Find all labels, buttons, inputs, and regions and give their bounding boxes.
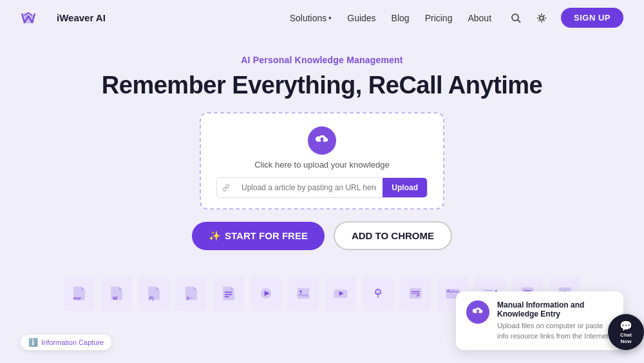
card-upload-icon [466,300,489,324]
chat-widget[interactable]: 💬 ChatNow [608,314,644,350]
logo[interactable]: iWeaver AI [21,10,106,26]
word-icon: W [101,276,132,311]
url-input[interactable] [235,178,383,197]
edit-icon [400,276,431,311]
svg-text:PDF: PDF [73,296,81,300]
pdf-icon: PDF [64,276,95,311]
ppt-icon: P| [138,276,169,311]
youtube-icon [325,276,356,311]
card-desc: Upload files on computer or paste info r… [497,321,613,341]
nav-pricing[interactable]: Pricing [425,13,453,23]
nav-blog[interactable]: Blog [392,13,410,23]
start-free-button[interactable]: ✨ START FOR FREE [192,222,325,250]
svg-point-0 [512,14,518,21]
nav-icon-group [507,9,551,27]
svg-text:P|: P| [149,296,154,301]
upload-box[interactable]: Click here to upload your knowledge Uplo… [200,112,444,210]
signup-button[interactable]: SIGN UP [561,8,623,28]
excel-icon: X~ [176,276,207,311]
url-upload-button[interactable]: Upload [383,178,427,197]
chat-label: ChatNow [620,332,632,344]
svg-point-36 [452,289,453,291]
search-icon[interactable] [507,9,525,27]
hero-subtitle: AI Personal Knowledge Management [241,55,402,65]
info-icon: ℹ️ [28,338,38,347]
podcast-icon [363,276,393,311]
svg-point-34 [448,289,449,291]
svg-rect-19 [298,288,310,299]
card-text: Manual Information and Knowledge Entry U… [497,300,613,341]
chat-emoji: 💬 [620,320,632,332]
upload-icon[interactable] [308,126,336,155]
sparkle-icon: ✨ [209,230,221,242]
nav-links: Solutions ▾ Guides Blog Pricing About [290,13,491,23]
note-file-icon [213,276,244,311]
svg-text:W: W [113,295,118,301]
url-input-row: Upload [216,177,428,198]
image-icon [288,276,319,311]
nav-guides[interactable]: Guides [347,13,375,23]
hero-section: AI Personal Knowledge Management Remembe… [0,35,644,330]
hero-title: Remember Everything, ReCall Anytime [102,72,542,99]
cta-row: ✨ START FOR FREE ADD TO CHROME [192,221,452,250]
video-icon [251,276,281,311]
bottom-info-card: Manual Information and Knowledge Entry U… [456,291,623,350]
add-to-chrome-button[interactable]: ADD TO CHROME [334,221,452,250]
nav-about[interactable]: About [468,13,491,23]
svg-point-35 [450,289,451,291]
nav-solutions[interactable]: Solutions ▾ [290,13,332,23]
svg-point-2 [540,16,544,20]
svg-text:X~: X~ [186,296,192,300]
card-title: Manual Information and Knowledge Entry [497,300,613,319]
upload-text: Click here to upload your knowledge [254,160,390,170]
svg-point-20 [299,290,302,293]
info-capture-tag: ℹ️ Information Capture [21,335,111,350]
navbar: iWeaver AI Solutions ▾ Guides Blog Prici… [0,0,644,35]
svg-line-1 [518,20,520,23]
theme-toggle-icon[interactable] [533,9,551,27]
